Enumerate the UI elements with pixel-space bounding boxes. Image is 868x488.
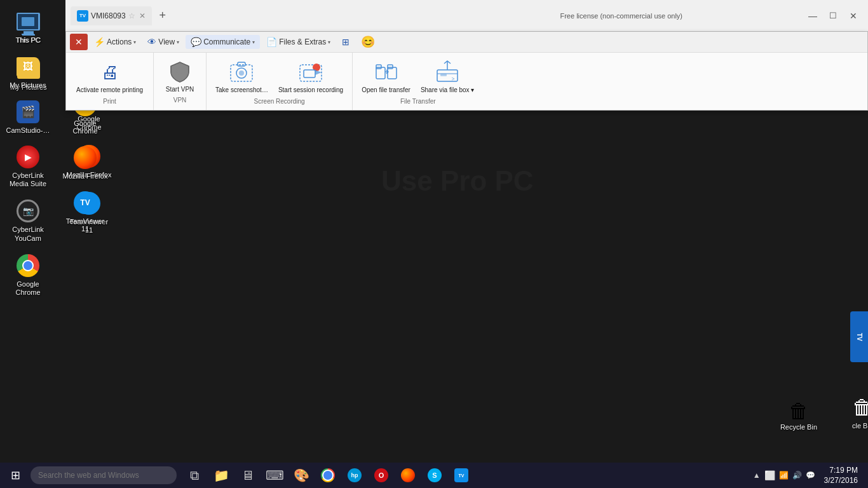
desktop-icon-google-chrome-2[interactable]: Google Chrome <box>3 250 53 299</box>
taskbar-task-view[interactable]: ⧉ <box>182 463 207 488</box>
svg-rect-14 <box>388 65 393 69</box>
ribbon-group-print: 🖨 Activate remote printing Print <box>66 53 154 110</box>
desktop-icon-camstudio[interactable]: 🎬 CamStudio-… <box>3 97 53 137</box>
start-vpn-label: Start VPN <box>166 86 194 93</box>
vpn-group-title: VPN <box>173 97 187 104</box>
minimize-btn[interactable]: — <box>803 7 822 25</box>
taskbar-paint[interactable]: 🎨 <box>288 463 314 488</box>
desktop-icon-firefox-col2[interactable]: Mozilla Firefox <box>60 142 111 182</box>
taskbar-date: 3/27/2016 <box>824 476 858 485</box>
svg-rect-16 <box>437 70 458 81</box>
ribbon-nav-communicate[interactable]: 💬 Communicate ▾ <box>186 35 260 49</box>
tab-area: TV VMI68093 ☆ ✕ + <box>65 6 440 25</box>
desktop-icon-this-pc-main[interactable]: This PC <box>3 6 53 46</box>
taskbar-app-icons: ⧉ 📁 🖥 ⌨ 🎨 hp O S TV <box>182 463 474 488</box>
start-button[interactable]: ⊞ <box>3 463 28 488</box>
my-pictures-label: My Pictures <box>10 81 46 89</box>
ribbon-item-start-vpn[interactable]: Start VPN <box>158 55 202 95</box>
windows-icon: ⊞ <box>342 37 349 47</box>
desktop-icon-youcam[interactable]: 📷 CyberLink YouCam <box>3 196 53 245</box>
screenshot-icon <box>227 58 255 86</box>
ribbon-nav-files[interactable]: 📄 Files & Extras ▾ <box>261 35 336 49</box>
window-controls: — ☐ ✕ <box>803 7 868 25</box>
taskbar-skype[interactable]: S <box>422 463 447 488</box>
ribbon-item-activate-printing[interactable]: 🖨 Activate remote printing <box>70 55 149 97</box>
taskbar-file-explorer[interactable]: 📁 <box>208 463 234 488</box>
taskbar-firefox[interactable] <box>395 463 421 488</box>
files-label: Files & Extras <box>279 37 326 46</box>
tab-star[interactable]: ☆ <box>128 11 135 20</box>
desktop-icon-my-pictures-main[interactable]: 🖼 My Pictures <box>3 51 53 92</box>
ribbon-close-btn[interactable]: ✕ <box>70 34 88 50</box>
ribbon-group-print-items: 🖨 Activate remote printing <box>70 55 149 97</box>
teamviewer-sidebar-handle[interactable]: TV <box>850 311 868 362</box>
ribbon-nav-windows[interactable]: ⊞ <box>337 35 355 49</box>
tab-label: VMI68093 <box>91 11 126 20</box>
window-titlebar: TV VMI68093 ☆ ✕ + Free license (non-comm… <box>65 0 868 32</box>
ribbon-nav-view[interactable]: 👁 View ▾ <box>142 35 184 49</box>
taskbar-chrome[interactable] <box>315 463 341 488</box>
ribbon-group-file-transfer: Open file transfer Share via file <box>353 53 483 110</box>
recording-label: Start session recording <box>278 86 343 94</box>
close-btn[interactable]: ✕ <box>844 7 863 25</box>
taskbar: ⊞ ⧉ 📁 🖥 ⌨ 🎨 hp O S TV <box>0 463 868 488</box>
files-dropdown-icon: ▾ <box>328 39 330 45</box>
taskbar-teamviewer[interactable]: TV <box>449 463 474 488</box>
desktop-icon-tv-col2[interactable]: TV TeamViewer 11 <box>60 187 111 235</box>
svg-marker-10 <box>315 70 322 75</box>
ribbon-item-open-file-transfer[interactable]: Open file transfer <box>356 55 416 97</box>
ribbon-group-vpn-items: Start VPN <box>158 55 202 95</box>
this-pc-main-label: This PC <box>15 36 40 44</box>
taskbar-clock[interactable]: 7:19 PM 3/27/2016 <box>822 466 860 485</box>
ribbon-group-screen-recording-items: Take screenshot… Start session recording <box>210 55 348 97</box>
desktop-icon-recycle-bin[interactable]: 🗑 Recycle Bin <box>780 400 817 431</box>
ribbon-item-start-recording[interactable]: Start session recording <box>273 55 348 97</box>
print-group-title: Print <box>103 98 116 105</box>
google-chrome-2-label: Google Chrome <box>5 280 51 297</box>
window-tab[interactable]: TV VMI68093 ☆ ✕ <box>71 6 152 25</box>
ribbon-group-vpn: Start VPN VPN <box>154 53 207 110</box>
taskbar-hp[interactable]: hp <box>342 463 367 488</box>
ribbon-nav-emoji[interactable]: 😊 <box>356 33 380 51</box>
ribbon-nav-actions[interactable]: ⚡ Actions ▾ <box>89 35 141 49</box>
svg-rect-19 <box>440 74 447 76</box>
view-icon: 👁 <box>147 37 156 47</box>
ribbon-toolbar: ✕ ⚡ Actions ▾ 👁 View ▾ 💬 Communicate ▾ 📄… <box>65 32 868 111</box>
tab-favicon: TV <box>77 10 88 22</box>
taskbar-search-input[interactable] <box>31 466 177 484</box>
ribbon-actions-row: 🖨 Activate remote printing Print <box>66 53 867 110</box>
lightning-icon: ⚡ <box>94 37 105 47</box>
ribbon-item-take-screenshot[interactable]: Take screenshot… <box>210 55 273 97</box>
recycle-bin-partial-label: cle Bin <box>852 422 868 430</box>
desktop-icon-recycle-bin-partial[interactable]: 🗑 cle Bin <box>852 396 868 431</box>
communicate-dropdown-icon: ▾ <box>252 39 255 45</box>
view-label: View <box>158 37 175 46</box>
actions-label: Actions <box>107 37 132 46</box>
desktop-icon-cyberlink-media[interactable]: ▶ CyberLink Media Suite <box>3 142 53 191</box>
recording-icon <box>297 58 325 86</box>
sys-icon-message[interactable]: 💬 <box>806 471 815 480</box>
actions-dropdown-icon: ▾ <box>133 39 136 45</box>
cyberlink-media-label: CyberLink Media Suite <box>5 172 51 188</box>
tab-add-btn[interactable]: + <box>154 8 171 24</box>
ribbon-item-share-file-box[interactable]: Share via file box ▾ <box>416 55 480 97</box>
sys-tray-expand[interactable]: ▲ <box>753 471 761 480</box>
recycle-bin-label: Recycle Bin <box>780 423 817 431</box>
camstudio-label: CamStudio-… <box>6 126 50 134</box>
taskbar-keyboard[interactable]: ⌨ <box>262 463 287 488</box>
view-dropdown-icon: ▾ <box>177 39 179 45</box>
taskbar-opera[interactable]: O <box>369 463 394 488</box>
sys-icon-volume[interactable]: 🔊 <box>792 471 802 480</box>
file-transfer-label: Open file transfer <box>362 86 410 94</box>
maximize-btn[interactable]: ☐ <box>824 7 843 25</box>
taskbar-remote-desktop[interactable]: 🖥 <box>235 463 261 488</box>
tab-close-btn[interactable]: ✕ <box>139 11 146 20</box>
sys-tray: ▲ ⬜ 📶 🔊 💬 <box>749 470 819 480</box>
file-transfer-group-title: File Transfer <box>400 98 436 105</box>
sys-icon-wifi[interactable]: 📶 <box>779 471 789 480</box>
firefox-col2-label: Mozilla Firefox <box>63 172 108 180</box>
svg-rect-12 <box>376 65 381 69</box>
sys-icon-tablet[interactable]: ⬜ <box>764 470 775 480</box>
vpn-icon <box>166 58 194 86</box>
activate-printing-label: Activate remote printing <box>76 86 143 94</box>
